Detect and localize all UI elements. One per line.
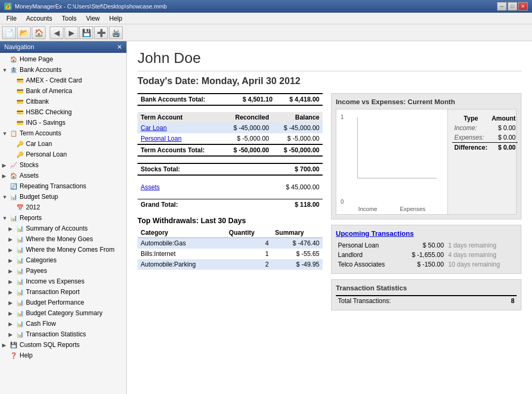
save-button[interactable]: 💾 [79, 26, 93, 39]
header-divider [137, 71, 521, 71]
nav-item[interactable]: ▶📊Transaction Report [0, 287, 126, 297]
upcoming-days: 10 days remaining [446, 260, 517, 269]
nav-item[interactable]: ▶📊Income vs Expenses [0, 276, 126, 287]
nav-item[interactable]: 💳HSBC Checking [0, 107, 126, 117]
nav-item-label: Income vs Expenses [26, 278, 85, 285]
legend-col-type: Type [452, 114, 490, 123]
nav-item[interactable]: 🏠Home Page [0, 54, 126, 65]
home-button[interactable]: 🏠 [32, 26, 45, 39]
nav-item[interactable]: 💳ING - Savings [0, 117, 126, 128]
chart-y-top: 1 [341, 114, 344, 120]
w-category: Bills:Internet [137, 249, 226, 259]
menu-item-file[interactable]: File [2, 14, 21, 23]
print-button[interactable]: 🖨️ [109, 26, 123, 39]
maximize-button[interactable]: □ [508, 2, 517, 11]
legend-diff-label: Difference: [452, 143, 490, 153]
nav-item-label: Bank Accounts [20, 66, 61, 74]
bank-reconciled: $ 4,501.10 [229, 94, 276, 105]
app-icon: 💰 [4, 3, 12, 10]
open-button[interactable]: 📂 [17, 26, 31, 39]
upcoming-name: Telco Associates [336, 260, 400, 269]
nav-expand-icon: ▶ [8, 258, 15, 263]
nav-expand-icon: ▼ [2, 131, 8, 136]
assets-row: Assets $ 45,000.00 [137, 182, 323, 193]
back-button[interactable]: ◀ [50, 26, 63, 39]
nav-item[interactable]: 🔄Repeating Transactions [0, 181, 126, 191]
forward-button[interactable]: ▶ [65, 26, 78, 39]
nav-item[interactable]: ❓Help [0, 350, 126, 361]
menu-item-tools[interactable]: Tools [58, 14, 81, 23]
nav-item-label: 2012 [26, 204, 40, 211]
nav-item[interactable]: ▶📊Budget Category Summary [0, 308, 126, 318]
nav-item[interactable]: ▶🏠Assets [0, 170, 126, 181]
w-quantity: 2 [226, 259, 272, 270]
upcoming-days: 1 days remaining [446, 241, 517, 250]
w-category: Automobile:Gas [137, 238, 226, 249]
nav-item-icon: 💳 [16, 87, 24, 95]
table-row: Bills:Internet 1 $ -55.65 [137, 249, 323, 259]
nav-item[interactable]: ▶📊Where the Money Goes [0, 234, 126, 244]
nav-item-label: Assets [20, 172, 39, 179]
nav-item[interactable]: ▶📊Where the Money Comes From [0, 244, 126, 255]
nav-expand-icon: ▶ [8, 321, 15, 327]
new-button[interactable]: 📄 [2, 26, 16, 39]
legend-expenses-amount: $ 0.00 [490, 133, 518, 143]
nav-expand-icon: ▶ [8, 289, 15, 295]
nav-item[interactable]: 💳Bank of America [0, 86, 126, 96]
chart-y-bottom: 0 [341, 198, 344, 205]
nav-expand-icon: ▶ [8, 332, 15, 337]
nav-item[interactable]: 💳AMEX - Credit Card [0, 75, 126, 86]
nav-expand-icon: ▶ [8, 236, 15, 242]
nav-item[interactable]: ▶📈Stocks [0, 160, 126, 170]
nav-header-label: Navigation [4, 43, 34, 51]
nav-item[interactable]: ▶📊Categories [0, 255, 126, 265]
nav-item[interactable]: ▶📊Cash Flow [0, 318, 126, 329]
close-button[interactable]: ✕ [518, 2, 528, 11]
menu-item-help[interactable]: Help [105, 14, 127, 23]
nav-item[interactable]: 📅2012 [0, 202, 126, 213]
menu-item-accounts[interactable]: Accounts [22, 14, 56, 23]
nav-item[interactable]: ▶📊Payees [0, 265, 126, 276]
table-row: Personal Loan $ -5,000.00 $ -5,000.00 [137, 133, 323, 144]
personal-loan-link[interactable]: Personal Loan [141, 135, 181, 142]
nav-item[interactable]: 💳Citibank [0, 96, 126, 107]
nav-item-label: Bank of America [26, 87, 72, 95]
car-loan-reconciled: $ -45,000.00 [222, 123, 272, 133]
left-col: Bank Accounts Total: $ 4,501.10 $ 4,418.… [137, 93, 323, 310]
add-button[interactable]: ➕ [94, 26, 108, 39]
nav-item[interactable]: ▼🏦Bank Accounts [0, 65, 126, 75]
nav-item[interactable]: ▶📊Summary of Accounts [0, 223, 126, 234]
stats-title: Transaction Statistics [336, 284, 517, 292]
nav-panel: Navigation ✕ 🏠Home Page▼🏦Bank Accounts💳A… [0, 41, 127, 394]
content-header: John Doe Today's Date: Monday, April 30 … [137, 50, 521, 87]
nav-item[interactable]: ▶📊Transaction Statistics [0, 329, 126, 340]
nav-expand-icon: ▼ [2, 67, 8, 73]
nav-item[interactable]: 🔑Personal Loan [0, 149, 126, 160]
nav-item-label: Help [20, 352, 33, 359]
nav-item[interactable]: ▶💾Custom SQL Reports [0, 340, 126, 350]
nav-close-button[interactable]: ✕ [117, 43, 122, 51]
nav-item-icon: 💳 [16, 118, 24, 127]
nav-item-label: Reports [20, 214, 42, 222]
nav-item-icon: 🔑 [16, 140, 24, 148]
nav-item[interactable]: ▼📋Term Accounts [0, 128, 126, 139]
nav-item-icon: 📊 [16, 319, 24, 328]
car-loan-balance: $ -45,000.00 [272, 123, 323, 133]
upcoming-title[interactable]: Upcoming Transactions [336, 230, 517, 237]
w-quantity: 4 [226, 238, 272, 249]
bank-total-label: Bank Accounts Total: [137, 94, 229, 105]
nav-item-label: Car Loan [26, 140, 52, 148]
nav-header: Navigation ✕ [0, 41, 126, 53]
nav-item-icon: 📊 [10, 214, 18, 222]
assets-link[interactable]: Assets [141, 184, 160, 191]
nav-expand-icon: ▶ [2, 162, 8, 168]
nav-item[interactable]: ▶📊Budget Performance [0, 297, 126, 308]
minimize-button[interactable]: ─ [497, 2, 507, 11]
menu-item-view[interactable]: View [82, 14, 104, 23]
nav-item[interactable]: ▼📊Budget Setup [0, 191, 126, 202]
car-loan-link[interactable]: Car Loan [141, 124, 167, 132]
term-account-header: Term Account [137, 112, 222, 123]
nav-item[interactable]: ▼📊Reports [0, 213, 126, 223]
user-name: John Doe [137, 50, 521, 67]
nav-item[interactable]: 🔑Car Loan [0, 139, 126, 149]
